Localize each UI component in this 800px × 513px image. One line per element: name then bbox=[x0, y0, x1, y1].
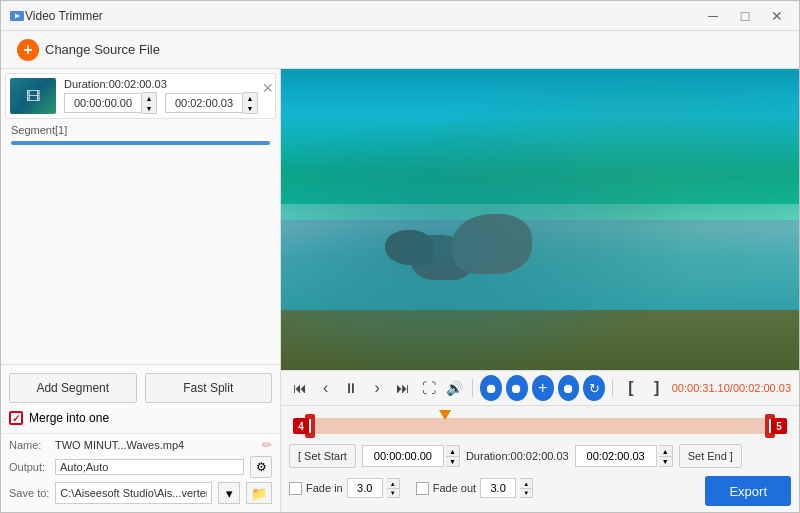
segment-close-icon[interactable]: ✕ bbox=[258, 78, 278, 98]
file-name-value: TWO MINUT...Waves.mp4 bbox=[55, 439, 256, 451]
snapshot-button[interactable]: ⏺ bbox=[558, 375, 580, 401]
add-clip-button[interactable]: + bbox=[532, 375, 554, 401]
record-button2[interactable]: ⏺ bbox=[506, 375, 528, 401]
trim-duration-label: Duration:00:02:00.03 bbox=[466, 450, 569, 462]
trim-track bbox=[309, 418, 771, 434]
titlebar: Video Trimmer ─ □ ✕ bbox=[1, 1, 799, 31]
set-end-button[interactable]: Set End ] bbox=[679, 444, 742, 468]
clip-end-button[interactable]: ] bbox=[646, 375, 668, 401]
next-frame-button[interactable]: › bbox=[366, 375, 388, 401]
start-time-input[interactable] bbox=[64, 93, 142, 113]
fade-in-up[interactable]: ▲ bbox=[387, 478, 400, 488]
separator2 bbox=[612, 379, 613, 397]
fade-out-label: Fade out bbox=[433, 482, 476, 494]
save-path-input[interactable] bbox=[55, 482, 212, 504]
separator1 bbox=[472, 379, 473, 397]
record-button1[interactable]: ⏺ bbox=[480, 375, 502, 401]
refresh-button[interactable]: ↻ bbox=[583, 375, 605, 401]
add-source-button[interactable]: + Change Source File bbox=[9, 35, 168, 65]
merge-label: Merge into one bbox=[29, 411, 109, 425]
fade-out-spinner: ▲ ▼ bbox=[520, 478, 533, 498]
window-title: Video Trimmer bbox=[25, 9, 699, 23]
skip-to-start-button[interactable]: ⏮ bbox=[289, 375, 311, 401]
fade-out-up[interactable]: ▲ bbox=[520, 478, 533, 488]
video-preview bbox=[281, 69, 799, 370]
fade-in-input[interactable] bbox=[347, 478, 383, 498]
clip-start-button[interactable]: [ bbox=[620, 375, 642, 401]
maximize-button[interactable]: □ bbox=[731, 5, 759, 27]
browse-folder-button[interactable]: 📁 bbox=[246, 482, 272, 504]
close-button[interactable]: ✕ bbox=[763, 5, 791, 27]
settings-button[interactable]: ⚙ bbox=[250, 456, 272, 478]
edit-icon[interactable]: ✏ bbox=[262, 438, 272, 452]
trim-start-up[interactable]: ▲ bbox=[446, 445, 460, 456]
fade-out-down[interactable]: ▼ bbox=[520, 488, 533, 498]
save-dropdown-button[interactable]: ▾ bbox=[218, 482, 240, 504]
end-time-up[interactable]: ▲ bbox=[243, 93, 257, 103]
right-panel: ⏮ ‹ ⏸ › ⏭ ⛶ 🔊 ⏺ ⏺ + ⏺ ↻ [ ] 00:00:31.10/… bbox=[281, 69, 799, 512]
name-label: Name: bbox=[9, 439, 49, 451]
app-icon bbox=[9, 8, 25, 24]
trim-start-spinner: ▲ ▼ bbox=[446, 445, 460, 467]
end-time-group: ▲ ▼ bbox=[165, 92, 258, 114]
crop-button[interactable]: ⛶ bbox=[418, 375, 440, 401]
fade-in-label: Fade in bbox=[306, 482, 343, 494]
merge-checkbox[interactable] bbox=[9, 411, 23, 425]
segment-progress-bar-track bbox=[11, 141, 270, 145]
left-panel: 🎞 Duration:00:02:00.03 ▲ ▼ bbox=[1, 69, 281, 512]
fast-split-button[interactable]: Fast Split bbox=[145, 373, 273, 403]
end-time-input[interactable] bbox=[165, 93, 243, 113]
fade-export-row: Fade in ▲ ▼ Fade out ▲ bbox=[289, 472, 791, 506]
film-icon: 🎞 bbox=[26, 88, 40, 104]
segment-list: 🎞 Duration:00:02:00.03 ▲ ▼ bbox=[1, 69, 280, 364]
segment-buttons-row: Add Segment Fast Split bbox=[9, 373, 272, 403]
plus-icon: + bbox=[17, 39, 39, 61]
end-time-spinner: ▲ ▼ bbox=[243, 92, 258, 114]
trim-end-input[interactable] bbox=[575, 445, 657, 467]
trim-start-time-group: ▲ ▼ bbox=[362, 445, 460, 467]
trim-end-time-group: ▲ ▼ bbox=[575, 445, 673, 467]
minimize-button[interactable]: ─ bbox=[699, 5, 727, 27]
fade-in-item: Fade in ▲ ▼ bbox=[289, 478, 400, 498]
window-controls: ─ □ ✕ bbox=[699, 5, 791, 27]
start-time-down[interactable]: ▼ bbox=[142, 103, 156, 113]
output-label: Output: bbox=[9, 461, 49, 473]
trim-end-spinner: ▲ ▼ bbox=[659, 445, 673, 467]
segment-thumbnail: 🎞 bbox=[10, 78, 56, 114]
set-start-button[interactable]: [ Set Start bbox=[289, 444, 356, 468]
trim-controls: [ Set Start ▲ ▼ Duration:00:02:00.03 ▲ bbox=[289, 440, 791, 472]
toolbar: + Change Source File bbox=[1, 31, 799, 69]
video-overlay bbox=[281, 69, 799, 370]
badge-4: 4 bbox=[293, 418, 309, 434]
trim-start-down[interactable]: ▼ bbox=[446, 456, 460, 467]
time-display: 00:00:31.10/00:02:00.03 bbox=[672, 382, 791, 394]
segment-label: Segment[1] bbox=[5, 121, 276, 139]
trim-end-up[interactable]: ▲ bbox=[659, 445, 673, 456]
start-time-spinner: ▲ ▼ bbox=[142, 92, 157, 114]
output-input[interactable] bbox=[55, 459, 244, 475]
trim-end-down[interactable]: ▼ bbox=[659, 456, 673, 467]
app-window: Video Trimmer ─ □ ✕ + Change Source File… bbox=[0, 0, 800, 513]
trim-playhead bbox=[439, 410, 451, 420]
segment-duration: Duration:00:02:00.03 bbox=[64, 78, 258, 90]
fade-in-down[interactable]: ▼ bbox=[387, 488, 400, 498]
fade-in-checkbox[interactable] bbox=[289, 482, 302, 495]
handle-line-left bbox=[309, 419, 311, 433]
export-button[interactable]: Export bbox=[705, 476, 791, 506]
fade-out-checkbox[interactable] bbox=[416, 482, 429, 495]
main-content: 🎞 Duration:00:02:00.03 ▲ ▼ bbox=[1, 69, 799, 512]
start-time-group: ▲ ▼ bbox=[64, 92, 157, 114]
add-segment-button[interactable]: Add Segment bbox=[9, 373, 137, 403]
end-time-down[interactable]: ▼ bbox=[243, 103, 257, 113]
file-info: Name: TWO MINUT...Waves.mp4 ✏ Output: ⚙ … bbox=[1, 433, 280, 512]
volume-button[interactable]: 🔊 bbox=[444, 375, 466, 401]
prev-frame-button[interactable]: ‹ bbox=[315, 375, 337, 401]
trim-start-input[interactable] bbox=[362, 445, 444, 467]
skip-to-end-button[interactable]: ⏭ bbox=[392, 375, 414, 401]
start-time-up[interactable]: ▲ bbox=[142, 93, 156, 103]
add-source-label: Change Source File bbox=[45, 42, 160, 57]
fade-out-input[interactable] bbox=[480, 478, 516, 498]
play-pause-button[interactable]: ⏸ bbox=[341, 375, 363, 401]
segment-item: 🎞 Duration:00:02:00.03 ▲ ▼ bbox=[5, 73, 276, 119]
badge-5: 5 bbox=[771, 418, 787, 434]
